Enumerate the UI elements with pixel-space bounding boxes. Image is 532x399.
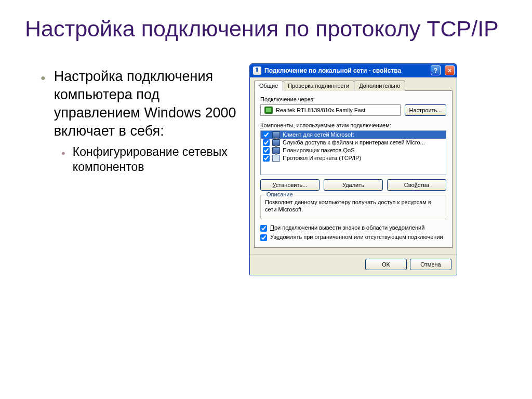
component-label: Планировщик пакетов QoS xyxy=(283,147,355,153)
adapter-name: Realtek RTL8139/810x Family Fast xyxy=(276,107,396,113)
components-label: Компоненты, используемые этим подключени… xyxy=(260,122,446,128)
component-check[interactable] xyxy=(263,131,270,138)
configure-button[interactable]: Настроить... xyxy=(405,104,446,116)
tray-icon-check[interactable] xyxy=(260,225,267,232)
component-item-fileprint[interactable]: Служба доступа к файлам и принтерам сете… xyxy=(261,139,446,147)
service-icon xyxy=(272,139,280,146)
tab-general[interactable]: Общие xyxy=(254,81,283,91)
description-group: Описание Позволяет данному компьютеру по… xyxy=(260,195,446,220)
components-label-text: омпоненты, используемые этим подключение… xyxy=(263,122,391,128)
notify-check-label: Уведомлять при ограниченном или отсутств… xyxy=(270,234,443,241)
ok-button[interactable]: OK xyxy=(365,259,407,270)
notify-limited-checkbox[interactable]: Уведомлять при ограниченном или отсутств… xyxy=(260,234,446,241)
component-check[interactable] xyxy=(263,147,270,154)
dialog-footer: OK Отмена xyxy=(250,254,457,275)
component-label: Клиент для сетей Microsoft xyxy=(283,131,354,138)
component-check[interactable] xyxy=(263,155,270,162)
component-item-tcpip[interactable]: Протокол Интернета (TCP/IP) xyxy=(261,154,446,162)
show-tray-icon-checkbox[interactable]: При подключении вывести значок в области… xyxy=(260,224,446,232)
tab-advanced[interactable]: Дополнительно xyxy=(354,81,405,91)
properties-dialog: Подключение по локальной сети - свойства… xyxy=(249,63,457,276)
tab-auth[interactable]: Проверка подлинности xyxy=(283,81,354,91)
bullet-text-1: Настройка подключения компьютера под упр… xyxy=(54,68,249,140)
description-text: Позволяет данному компьютеру получать до… xyxy=(265,198,442,214)
component-check[interactable] xyxy=(263,139,270,146)
client-icon xyxy=(272,131,280,138)
components-list[interactable]: Клиент для сетей Microsoft Служба доступ… xyxy=(260,130,446,175)
component-item-qos[interactable]: Планировщик пакетов QoS xyxy=(261,147,446,154)
component-label: Служба доступа к файлам и принтерам сете… xyxy=(283,139,425,145)
help-button[interactable]: ? xyxy=(431,65,441,75)
adapter-field[interactable]: Realtek RTL8139/810x Family Fast xyxy=(260,104,401,116)
properties-button[interactable]: Свойства xyxy=(387,179,446,191)
remove-button[interactable]: Удалить xyxy=(324,179,383,191)
component-item-client[interactable]: Клиент для сетей Microsoft xyxy=(261,131,446,139)
close-button[interactable]: × xyxy=(445,65,455,75)
slide-title: Настройка подключения по протоколу TCP/I… xyxy=(0,0,532,53)
notify-check[interactable] xyxy=(260,234,267,241)
connect-via-label: Подключение через: xyxy=(260,96,446,102)
tray-check-label: При подключении вывести значок в области… xyxy=(270,224,424,231)
titlebar[interactable]: Подключение по локальной сети - свойства… xyxy=(250,64,457,77)
nic-icon xyxy=(264,107,273,114)
dialog-title: Подключение по локальной сети - свойства xyxy=(264,67,428,74)
configure-label: астроить... xyxy=(413,107,442,113)
cancel-button[interactable]: Отмена xyxy=(410,259,451,270)
description-legend: Описание xyxy=(265,191,295,197)
protocol-icon xyxy=(272,155,280,162)
bullet-item-2: Конфигурирование сетевых компонентов xyxy=(61,144,249,175)
qos-icon xyxy=(272,147,280,154)
tabpanel-general: Подключение через: Realtek RTL8139/810x … xyxy=(254,90,453,248)
bullet-item-1: Настройка подключения компьютера под упр… xyxy=(41,68,249,140)
connection-icon xyxy=(253,66,261,75)
component-label: Протокол Интернета (TCP/IP) xyxy=(283,155,361,161)
install-button[interactable]: Установить... xyxy=(260,179,320,191)
bullet-text-2: Конфигурирование сетевых компонентов xyxy=(73,144,249,175)
